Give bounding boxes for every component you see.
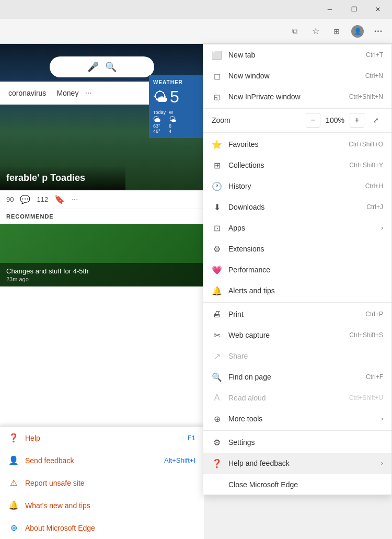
read-aloud-icon: A (212, 393, 222, 403)
article-more-icon[interactable]: ··· (71, 195, 78, 204)
weather-widget: WEATHER 🌤 5 Today 🌥 63° 46° W 🌤 6 4 (149, 75, 204, 138)
performance-label: Performance (228, 266, 383, 274)
help-icon: ❓ (8, 433, 19, 443)
feedback-icon: 👤 (8, 455, 19, 465)
report-menu-item[interactable]: ⚠ Report unsafe site (0, 472, 204, 494)
performance-item[interactable]: 💗 Performance (203, 259, 391, 280)
microphone-icon[interactable]: 🎤 (87, 61, 99, 73)
apps-item[interactable]: ⊡ Apps › (203, 217, 391, 238)
reaction-count[interactable]: 90 (6, 196, 14, 203)
settings-label: Settings (228, 438, 383, 446)
help-feedback-icon: ❓ (212, 458, 222, 468)
close-button[interactable]: ✕ (366, 2, 390, 17)
inprivate-item[interactable]: ◱ New InPrivate window Ctrl+Shift+N (203, 86, 391, 107)
divider-4 (203, 430, 391, 431)
whats-new-menu-item[interactable]: 🔔 What's new and tips (0, 494, 204, 517)
about-label: About Microsoft Edge (25, 524, 95, 532)
performance-icon: 💗 (212, 265, 222, 275)
minimize-button[interactable]: ─ (318, 2, 342, 17)
new-tab-shortcut: Ctrl+T (366, 51, 383, 59)
article-actions: 90 💬 112 🔖 ··· (0, 190, 204, 209)
comment-icon[interactable]: 💬 (20, 194, 30, 204)
about-menu-item[interactable]: ⊕ About Microsoft Edge (0, 517, 204, 539)
find-on-page-item[interactable]: 🔍 Find on page Ctrl+F (203, 366, 391, 387)
help-menu-item[interactable]: ❓ Help F1 (0, 427, 204, 449)
new-window-item[interactable]: ◻ New window Ctrl+N (203, 65, 391, 86)
new-window-shortcut: Ctrl+N (365, 72, 383, 79)
topic-coronavirus[interactable]: coronavirus (4, 87, 50, 99)
history-icon: 🕐 (212, 181, 222, 191)
close-edge-label: Close Microsoft Edge (212, 480, 383, 489)
new-window-label: New window (228, 72, 359, 80)
favorites-shortcut: Ctrl+Shift+O (349, 141, 383, 148)
apps-arrow: › (381, 224, 383, 232)
collections-shortcut: Ctrl+Shift+Y (349, 162, 383, 169)
new-tab-item[interactable]: ⬜ New tab Ctrl+T (203, 44, 391, 65)
bottom-news-time: 23m ago (6, 276, 198, 282)
alerts-icon: 🔔 (212, 285, 222, 296)
feedback-label: Send feedback (25, 456, 74, 465)
recommended-label: RECOMMENDE (6, 213, 198, 220)
share-icon: ↗ (212, 351, 222, 361)
bottom-news-info: Changes and stuff for 4-5th 23m ago (0, 263, 204, 286)
feedback-shortcut: Alt+Shift+I (164, 456, 195, 464)
search-icon[interactable]: 🔍 (105, 61, 117, 73)
settings-icon: ⚙ (212, 437, 222, 448)
alerts-item[interactable]: 🔔 Alerts and tips (203, 280, 391, 301)
comment-count[interactable]: 112 (37, 196, 48, 203)
extensions-icon: ⚙ (212, 244, 222, 254)
more-tools-arrow: › (381, 415, 383, 422)
weather-forecast: Today 🌥 63° 46° W 🌤 6 4 (153, 110, 200, 134)
collections-icon[interactable]: ⊞ (327, 22, 346, 41)
restore-button[interactable]: ❐ (342, 2, 366, 17)
feedback-menu-item[interactable]: 👤 Send feedback Alt+Shift+I (0, 449, 204, 472)
search-bar[interactable]: 🎤 🔍 (50, 56, 154, 77)
zoom-expand-button[interactable]: ⤢ (368, 113, 383, 128)
favorites-item[interactable]: ⭐ Favorites Ctrl+Shift+O (203, 134, 391, 155)
weather-temp: 5 (170, 87, 179, 107)
collections-item[interactable]: ⊞ Collections Ctrl+Shift+Y (203, 155, 391, 176)
print-item[interactable]: 🖨 Print Ctrl+P (203, 304, 391, 325)
zoom-minus-button[interactable]: − (306, 113, 320, 128)
zoom-value: 100% (325, 116, 345, 124)
whats-new-icon: 🔔 (8, 500, 19, 510)
divider-3 (203, 302, 391, 303)
close-edge-item[interactable]: Close Microsoft Edge (203, 474, 391, 495)
topic-money[interactable]: Money (52, 87, 83, 99)
print-label: Print (228, 310, 359, 318)
extensions-item[interactable]: ⚙ Extensions (203, 238, 391, 259)
find-shortcut: Ctrl+F (366, 373, 383, 381)
downloads-label: Downloads (228, 203, 360, 211)
topics-more[interactable]: ··· (85, 88, 91, 98)
new-tab-icon: ⬜ (212, 50, 222, 60)
web-capture-shortcut: Ctrl+Shift+S (349, 331, 383, 339)
new-tab-label: New tab (228, 51, 360, 59)
more-button[interactable]: ··· (369, 22, 388, 41)
profile-icon[interactable]: 👤 (348, 22, 367, 41)
article-title: ferable' p Toadies (6, 172, 119, 184)
collections-menu-icon: ⊞ (212, 160, 222, 170)
downloads-item[interactable]: ⬇ Downloads Ctrl+J (203, 197, 391, 217)
divider-1 (203, 108, 391, 109)
bottom-news-thumbnail: Changes and stuff for 4-5th 23m ago (0, 224, 204, 286)
zoom-plus-button[interactable]: + (350, 113, 364, 128)
report-icon: ⚠ (8, 478, 19, 488)
print-shortcut: Ctrl+P (365, 311, 383, 318)
split-screen-icon[interactable]: ⧉ (285, 22, 304, 41)
edge-menu: ⬜ New tab Ctrl+T ◻ New window Ctrl+N ◱ N… (203, 44, 392, 495)
read-aloud-shortcut: Ctrl+Shift+U (349, 394, 383, 402)
share-item[interactable]: ↗ Share (203, 346, 391, 366)
web-capture-item[interactable]: ✂ Web capture Ctrl+Shift+S (203, 325, 391, 346)
favorites-icon[interactable]: ☆ (306, 22, 325, 41)
settings-item[interactable]: ⚙ Settings (203, 432, 391, 453)
help-feedback-item[interactable]: ❓ Help and feedback › (203, 453, 391, 474)
web-capture-icon: ✂ (212, 330, 222, 340)
bookmark-icon[interactable]: 🔖 (54, 194, 65, 204)
read-aloud-item[interactable]: A Read aloud Ctrl+Shift+U (203, 387, 391, 408)
more-tools-label: More tools (228, 415, 375, 423)
downloads-shortcut: Ctrl+J (366, 203, 383, 211)
history-item[interactable]: 🕐 History Ctrl+H (203, 176, 391, 197)
zoom-label: Zoom (212, 116, 302, 124)
forecast-today: Today 🌥 63° 46° (153, 110, 166, 134)
more-tools-item[interactable]: ⊕ More tools › (203, 408, 391, 429)
